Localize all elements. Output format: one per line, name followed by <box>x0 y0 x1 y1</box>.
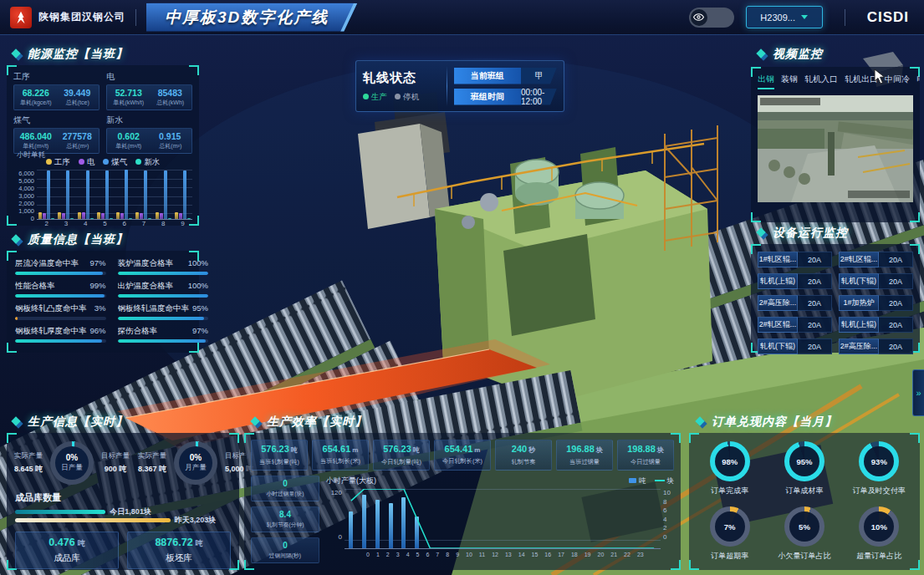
x-tick: 9 <box>456 552 459 557</box>
x-tick: 5 <box>103 220 106 228</box>
x-tick: 0 <box>366 552 370 557</box>
side-stat: 0小时过钢量(块) <box>251 476 319 501</box>
quality-item: 探伤合格率97% <box>118 326 209 343</box>
energy-chart-bars <box>37 170 192 220</box>
equipment-row: 轧机(上辊)20A <box>758 273 832 289</box>
x-tick: 13 <box>505 552 512 557</box>
x-tick: 14 <box>518 552 525 557</box>
x-tick: 7 <box>142 220 145 228</box>
x-tick: 3 <box>396 552 400 557</box>
bar <box>70 218 74 219</box>
hour-chart-title: 小时产量(大板) <box>326 476 376 486</box>
orders-panel: 98%订单完成率 95%订单成材率 93%订单及时交付率 7%订单超期率 5%小… <box>689 433 920 570</box>
diamond-icon <box>757 49 768 60</box>
shift-time-badge: 班组时间 00:00-12:00 <box>454 89 557 105</box>
equipment-panel-title: 设备运行监控 <box>757 226 848 241</box>
x-tick: 17 <box>558 552 564 557</box>
x-tick: 2 <box>44 220 48 228</box>
x-tick: 23 <box>637 552 644 557</box>
mouse-cursor-icon <box>874 69 887 89</box>
bar <box>164 170 167 219</box>
side-stat: 8.4轧制节奏(分钟) <box>251 506 319 532</box>
visibility-toggle[interactable] <box>689 8 734 28</box>
title-stripe <box>340 3 359 32</box>
bar <box>156 212 159 219</box>
x-tick: 21 <box>610 552 617 557</box>
x-tick: 7 <box>436 552 439 557</box>
quality-item: 钢板终轧厚度命中率96% <box>15 326 106 343</box>
efficiency-stat: 576.23吨今日轧制量(吨) <box>373 440 430 471</box>
tab-mill-exit[interactable]: 轧机出口 <box>845 74 878 89</box>
x-tick: 10 <box>466 552 472 557</box>
monthly-output-ring: 0%月产量 <box>174 441 217 485</box>
header-divider <box>845 9 845 26</box>
side-stat: 0过钢间隔(秒) <box>251 537 319 563</box>
monthly-output-gauge: 实际产量8.367 吨 0%月产量 目标产量5,000 吨 <box>134 441 258 485</box>
energy-group: 电 52.713单耗(kWh/t) 85483总耗(kWh) <box>106 71 192 110</box>
daily-output-gauge: 实际产量8.645 吨 0%日产量 目标产量900 吨 <box>10 441 134 485</box>
equipment-row: 轧机(下辊)20A <box>839 273 913 289</box>
dashboard: 陕钢集团汉钢公司 中厚板3D数字化产线 H2309... CISDI 能源监控【… <box>0 0 924 575</box>
panel-collapse-tab[interactable]: » <box>912 369 924 416</box>
x-tick: 19 <box>585 552 591 557</box>
order-donut-cell: 7%订单超期率 <box>694 506 765 562</box>
equipment-row: 2#轧区辊...20A <box>839 252 913 267</box>
bar-group <box>156 170 171 219</box>
tab-mill-entry[interactable]: 轧机入口 <box>804 74 838 89</box>
bar-legend-icon <box>629 478 636 483</box>
video-panel: 出钢 装钢 轧机入口 轧机出口 中间冷 电动缸 <box>751 67 920 222</box>
bar-group <box>58 170 74 219</box>
x-tick: 4 <box>84 220 87 228</box>
bar <box>62 213 65 219</box>
tab-intercool[interactable]: 中间冷 <box>885 74 910 89</box>
bar <box>120 213 124 219</box>
x-tick: 5 <box>416 552 420 557</box>
y-tick: 0 <box>13 215 34 222</box>
bar <box>125 170 128 219</box>
bar <box>148 218 151 219</box>
header-bar: 陕钢集团汉钢公司 中厚板3D数字化产线 H2309... CISDI <box>0 0 924 35</box>
legend-dot-icon <box>79 159 84 165</box>
order-donut-cell: 10%超量订单占比 <box>844 506 915 562</box>
efficiency-stat: 198.88块今日过钢量 <box>617 440 674 471</box>
quality-panel-title: 质量信息【当班】 <box>12 232 128 247</box>
tab-electric-cyl[interactable]: 电动缸 <box>916 74 920 89</box>
bar <box>187 218 191 219</box>
line-status-title: 轧线状态 <box>363 70 440 86</box>
diamond-icon <box>757 228 768 239</box>
hour-chart-line <box>345 489 661 548</box>
bar <box>38 212 42 219</box>
quality-panel: 层流冷温度命中率97% 装炉温度合格率100% 性能合格率99% 出炉温度合格率… <box>7 251 199 353</box>
y-tick: 6 <box>663 506 674 514</box>
quality-item: 钢板终轧温度命中率95% <box>118 303 209 320</box>
bar <box>129 218 132 219</box>
energy-hourly-chart: 6,0005,0004,0003,0002,0001,0000 23456789 <box>7 170 199 232</box>
donut-chart: 10% <box>859 506 899 547</box>
diamond-icon <box>12 417 23 428</box>
y-tick: 1,000 <box>13 207 34 215</box>
hour-chart-right-ticks: 1086420 <box>661 489 674 549</box>
efficiency-stat: 196.88块当班过钢量 <box>556 440 613 471</box>
y-tick: 2,000 <box>13 200 34 207</box>
diamond-icon <box>12 49 23 60</box>
chevron-down-icon <box>801 15 808 19</box>
inventory-bar-yesterday: 昨天3,203块 <box>15 517 231 522</box>
equipment-panel: 1#轧区辊...20A 2#轧区辊...20A 轧机(上辊)20A 轧机(下辊)… <box>751 244 920 353</box>
view-select-dropdown[interactable]: H2309... <box>746 6 823 28</box>
tab-charging[interactable]: 装钢 <box>781 74 798 89</box>
header-divider <box>135 9 136 26</box>
bar <box>183 170 186 219</box>
x-tick: 4 <box>406 552 410 557</box>
legend-stopped: 停机 <box>395 92 419 103</box>
tab-tapping[interactable]: 出钢 <box>758 74 774 89</box>
equipment-row: 1#加热炉20A <box>839 295 913 311</box>
order-donut-cell: 98%订单完成率 <box>694 441 765 496</box>
title-plate: 中厚板3D数字化产线 <box>146 3 357 32</box>
donut-chart: 93% <box>859 441 899 481</box>
x-tick: 1 <box>376 552 380 557</box>
y-tick: 3,000 <box>13 192 34 200</box>
order-donut-cell: 5%小欠量订单占比 <box>768 506 840 562</box>
page-title: 中厚板3D数字化产线 <box>165 7 329 28</box>
energy-chart-xticks: 23456789 <box>37 220 192 228</box>
inventory-bar-today: 今日1,801块 <box>15 509 231 514</box>
